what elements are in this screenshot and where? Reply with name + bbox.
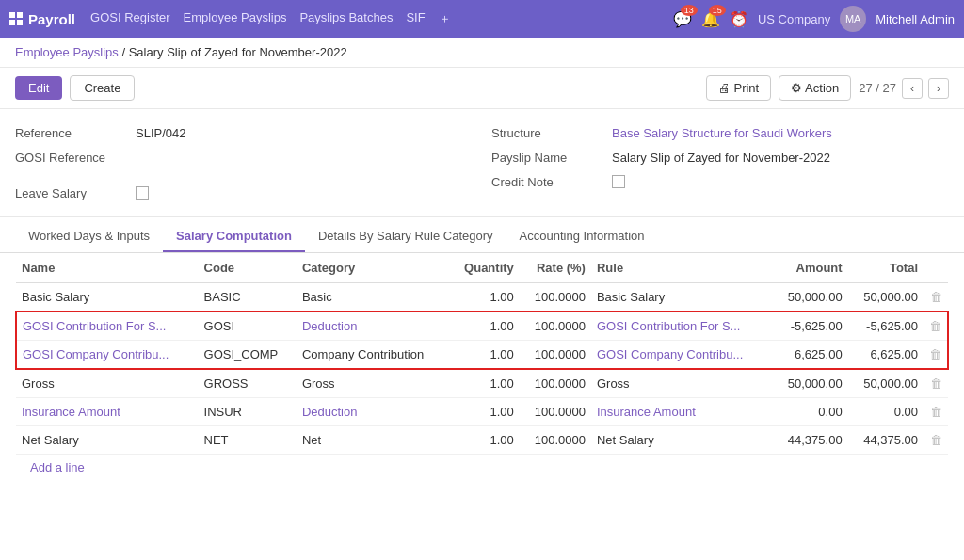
topnav: Payroll GOSI Register Employee Payslips … bbox=[0, 0, 964, 38]
cell-delete[interactable]: 🗑 bbox=[924, 312, 948, 341]
cell-total: 44,375.00 bbox=[848, 426, 924, 455]
cell-name[interactable]: GOSI Company Contribu... bbox=[16, 341, 199, 370]
col-rule: Rule bbox=[591, 253, 772, 283]
structure-label: Structure bbox=[491, 126, 604, 140]
tabs: Worked Days & Inputs Salary Computation … bbox=[0, 221, 964, 253]
cell-total: -5,625.00 bbox=[848, 312, 924, 341]
edit-button[interactable]: Edit bbox=[15, 76, 62, 100]
table-row: GrossGROSSGross1.00100.0000Gross50,000.0… bbox=[16, 369, 948, 398]
company-name: US Company bbox=[758, 12, 830, 26]
topnav-links: GOSI Register Employee Payslips Payslips… bbox=[90, 10, 451, 27]
payslip-name-value: Salary Slip of Zayed for November-2022 bbox=[612, 151, 830, 165]
tab-salary-computation[interactable]: Salary Computation bbox=[163, 221, 305, 252]
breadcrumb-current: Salary Slip of Zayed for November-2022 bbox=[129, 45, 347, 59]
col-category: Category bbox=[297, 253, 450, 283]
col-amount: Amount bbox=[772, 253, 847, 283]
tab-details[interactable]: Details By Salary Rule Category bbox=[305, 221, 506, 252]
cell-code: GROSS bbox=[199, 369, 297, 398]
cell-total: 50,000.00 bbox=[848, 283, 924, 312]
nav-sif[interactable]: SIF bbox=[406, 10, 425, 27]
field-leave-salary: Leave Salary bbox=[15, 181, 473, 205]
cell-category[interactable]: Deduction bbox=[297, 312, 450, 341]
field-credit-note: Credit Note bbox=[491, 169, 949, 194]
cell-delete[interactable]: 🗑 bbox=[924, 426, 948, 455]
cell-delete[interactable]: 🗑 bbox=[924, 341, 948, 370]
cell-category: Net bbox=[297, 426, 450, 455]
col-name: Name bbox=[16, 253, 199, 283]
cell-category[interactable]: Deduction bbox=[297, 398, 450, 426]
cell-quantity: 1.00 bbox=[449, 398, 519, 426]
col-code: Code bbox=[199, 253, 297, 283]
structure-value[interactable]: Base Salary Structure for Saudi Workers bbox=[612, 126, 832, 140]
col-quantity: Quantity bbox=[449, 253, 519, 283]
cell-rule: Net Salary bbox=[591, 426, 772, 455]
leave-salary-label: Leave Salary bbox=[15, 186, 128, 200]
cell-rate: 100.0000 bbox=[520, 312, 591, 341]
cell-rule: Gross bbox=[591, 369, 772, 398]
breadcrumb: Employee Payslips / Salary Slip of Zayed… bbox=[0, 38, 964, 68]
cell-delete[interactable]: 🗑 bbox=[924, 369, 948, 398]
cell-rate: 100.0000 bbox=[520, 341, 591, 370]
cell-category: Gross bbox=[297, 369, 450, 398]
nav-plus-icon[interactable]: ＋ bbox=[439, 10, 451, 27]
cell-code: INSUR bbox=[199, 398, 297, 426]
form-section: Reference SLIP/042 GOSI Reference Leave … bbox=[0, 109, 964, 217]
cell-rule[interactable]: Insurance Amount bbox=[591, 398, 772, 426]
tab-accounting[interactable]: Accounting Information bbox=[506, 221, 658, 252]
nav-payslips-batches[interactable]: Payslips Batches bbox=[299, 10, 393, 27]
cell-rule[interactable]: GOSI Contribution For S... bbox=[591, 312, 772, 341]
table-row: Net SalaryNETNet1.00100.0000Net Salary44… bbox=[16, 426, 948, 455]
clock-icon[interactable]: ⏰ bbox=[730, 10, 748, 28]
cell-rate: 100.0000 bbox=[520, 283, 591, 312]
chat-badge: 13 bbox=[681, 5, 698, 16]
bell-badge: 15 bbox=[709, 5, 726, 16]
bell-icon[interactable]: 🔔15 bbox=[701, 10, 720, 28]
table-container: Name Code Category Quantity Rate (%) Rul… bbox=[0, 253, 964, 480]
col-rate: Rate (%) bbox=[520, 253, 591, 283]
form-left: Reference SLIP/042 GOSI Reference Leave … bbox=[15, 120, 473, 205]
form-right: Structure Base Salary Structure for Saud… bbox=[491, 120, 949, 205]
cell-amount: 50,000.00 bbox=[772, 369, 847, 398]
chat-icon[interactable]: 💬13 bbox=[673, 10, 692, 28]
breadcrumb-separator: / bbox=[121, 45, 128, 59]
credit-note-label: Credit Note bbox=[491, 175, 604, 189]
cell-delete[interactable]: 🗑 bbox=[924, 398, 948, 426]
topnav-right: 💬13 🔔15 ⏰ US Company MA Mitchell Admin bbox=[673, 6, 955, 32]
app-brand[interactable]: Payroll bbox=[9, 11, 75, 27]
cell-delete[interactable]: 🗑 bbox=[924, 283, 948, 312]
cell-quantity: 1.00 bbox=[449, 283, 519, 312]
cell-name[interactable]: GOSI Contribution For S... bbox=[16, 312, 199, 341]
cell-code: GOSI_COMP bbox=[199, 341, 297, 370]
payslip-name-label: Payslip Name bbox=[491, 151, 604, 165]
add-line-button[interactable]: Add a line bbox=[15, 455, 100, 480]
cell-amount: 44,375.00 bbox=[772, 426, 847, 455]
create-button[interactable]: Create bbox=[70, 75, 135, 101]
cell-name[interactable]: Insurance Amount bbox=[16, 398, 199, 426]
cell-total: 6,625.00 bbox=[848, 341, 924, 370]
print-button[interactable]: 🖨 Print bbox=[706, 75, 771, 101]
credit-note-checkbox[interactable] bbox=[612, 175, 625, 188]
tab-worked-days[interactable]: Worked Days & Inputs bbox=[15, 221, 163, 252]
pagination-prev[interactable]: ‹ bbox=[902, 78, 923, 99]
action-button[interactable]: ⚙ Action bbox=[779, 75, 851, 101]
cell-name: Gross bbox=[16, 369, 199, 398]
cell-code: GOSI bbox=[199, 312, 297, 341]
pagination-next[interactable]: › bbox=[928, 78, 949, 99]
nav-gosi-register[interactable]: GOSI Register bbox=[90, 10, 170, 27]
user-name: Mitchell Admin bbox=[876, 12, 955, 26]
pagination-count: 27 / 27 bbox=[859, 81, 896, 95]
nav-employee-payslips[interactable]: Employee Payslips bbox=[184, 10, 287, 27]
breadcrumb-parent[interactable]: Employee Payslips bbox=[15, 45, 119, 59]
table-row: Basic SalaryBASICBasic1.00100.0000Basic … bbox=[16, 283, 948, 312]
reference-value: SLIP/042 bbox=[136, 126, 186, 140]
cell-total: 50,000.00 bbox=[848, 369, 924, 398]
cell-code: NET bbox=[199, 426, 297, 455]
cell-category: Basic bbox=[297, 283, 450, 312]
cell-quantity: 1.00 bbox=[449, 369, 519, 398]
cell-rule[interactable]: GOSI Company Contribu... bbox=[591, 341, 772, 370]
cell-amount: -5,625.00 bbox=[772, 312, 847, 341]
cell-rate: 100.0000 bbox=[520, 369, 591, 398]
cell-amount: 0.00 bbox=[772, 398, 847, 426]
leave-salary-checkbox[interactable] bbox=[136, 186, 149, 200]
cell-rate: 100.0000 bbox=[520, 398, 591, 426]
